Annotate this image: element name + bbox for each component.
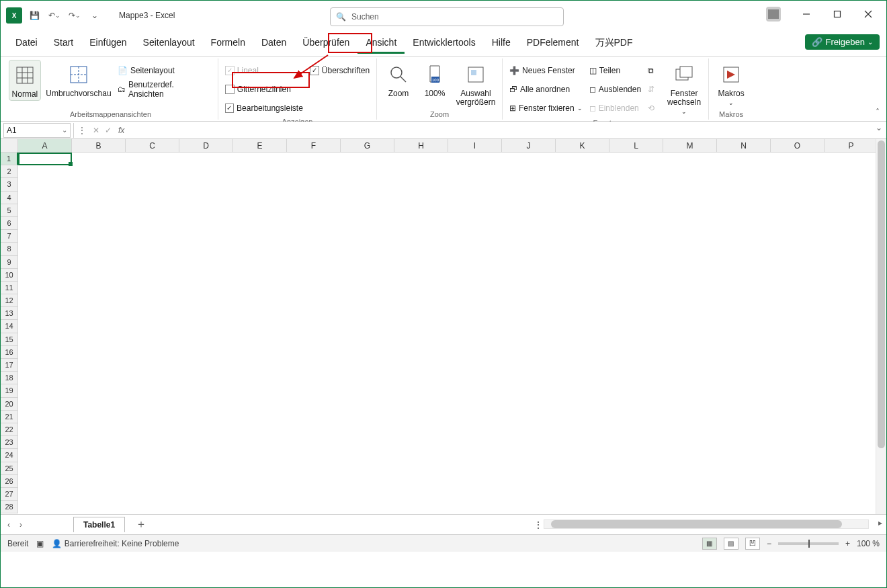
view-mode-pagebreak[interactable]: 凹	[745, 538, 760, 550]
add-sheet-button[interactable]: ＋	[129, 516, 153, 533]
col-header-M[interactable]: M	[663, 139, 717, 152]
fill-handle[interactable]	[69, 162, 73, 166]
col-header-H[interactable]: H	[394, 139, 448, 152]
row-header-8[interactable]: 8	[1, 243, 18, 255]
zoom-slider[interactable]	[778, 542, 839, 545]
search-box[interactable]: 🔍 Suchen	[330, 7, 564, 26]
qat-save-button[interactable]: 💾	[26, 7, 42, 24]
show-formulabar-checkbox[interactable]: Bearbeitungsleiste	[224, 100, 304, 116]
accessibility-status[interactable]: 👤 Barrierefreiheit: Keine Probleme	[52, 539, 179, 548]
user-avatar[interactable]	[760, 1, 791, 28]
row-header-11[interactable]: 11	[1, 282, 18, 294]
col-header-P[interactable]: P	[825, 139, 878, 152]
row-header-15[interactable]: 15	[1, 333, 18, 346]
ribbon-tab-daten[interactable]: Daten	[253, 33, 294, 54]
window-hide-button[interactable]: ◻Ausblenden	[588, 81, 642, 97]
row-header-24[interactable]: 24	[1, 449, 18, 462]
qat-customize-button[interactable]: ⌄	[87, 7, 103, 24]
horizontal-scroll-right[interactable]: ▸	[878, 518, 882, 528]
ribbon-tab-pdfelement[interactable]: PDFelement	[519, 33, 587, 54]
row-header-1[interactable]: 1	[1, 153, 18, 165]
window-arrange-button[interactable]: 🗗Alle anordnen	[508, 81, 584, 97]
view-mode-pagelayout[interactable]: ▤	[724, 538, 738, 550]
window-new-button[interactable]: ➕Neues Fenster	[508, 62, 584, 79]
window-maximize-button[interactable]	[822, 1, 853, 28]
row-header-5[interactable]: 5	[1, 204, 18, 217]
show-gridlines-checkbox[interactable]: Gitternetzlinien	[224, 81, 304, 97]
share-button[interactable]: 🔗 Freigeben ⌄	[805, 34, 880, 50]
view-pagelayout-button[interactable]: 📄Seitenlayout	[116, 62, 212, 79]
formula-bar-more-icon[interactable]: ⋮	[74, 126, 90, 135]
row-header-3[interactable]: 3	[1, 178, 18, 191]
row-header-17[interactable]: 17	[1, 359, 18, 372]
view-mode-normal[interactable]: ▦	[702, 538, 717, 550]
zoom-out-button[interactable]: −	[767, 539, 771, 548]
vertical-scrollbar[interactable]	[876, 139, 886, 514]
col-header-F[interactable]: F	[287, 139, 341, 152]
col-header-E[interactable]: E	[233, 139, 287, 152]
row-header-18[interactable]: 18	[1, 372, 18, 384]
vertical-scroll-thumb[interactable]	[878, 140, 885, 448]
row-header-6[interactable]: 6	[1, 217, 18, 230]
window-close-button[interactable]	[853, 1, 884, 28]
col-header-K[interactable]: K	[556, 139, 609, 152]
horizontal-scroll-thumb[interactable]	[551, 520, 843, 528]
row-header-26[interactable]: 26	[1, 475, 18, 488]
sheet-tab-active[interactable]: Tabelle1	[73, 517, 125, 532]
col-header-G[interactable]: G	[341, 139, 394, 152]
row-header-27[interactable]: 27	[1, 488, 18, 501]
horizontal-scrollbar[interactable]	[544, 519, 869, 529]
formula-bar-expand-button[interactable]: ⌄	[876, 123, 882, 132]
row-header-9[interactable]: 9	[1, 256, 18, 269]
ribbon-tab-datei[interactable]: Datei	[7, 33, 46, 54]
row-header-20[interactable]: 20	[1, 398, 18, 411]
ribbon-collapse-button[interactable]: ˄	[876, 108, 880, 117]
row-header-7[interactable]: 7	[1, 230, 18, 243]
row-header-28[interactable]: 28	[1, 501, 18, 513]
ribbon-tab-seitenlayout[interactable]: Seitenlayout	[135, 33, 203, 54]
sheet-nav-prev[interactable]: ‹	[5, 519, 13, 531]
zoom-selection-button[interactable]: Auswahlvergrößern	[455, 60, 497, 108]
window-minimize-button[interactable]	[791, 1, 822, 28]
zoom-in-button[interactable]: +	[845, 539, 850, 548]
cells-area[interactable]	[18, 153, 876, 514]
view-customviews-button[interactable]: 🗂Benutzerdef. Ansichten	[116, 81, 212, 97]
ribbon-tab-ansicht[interactable]: Ansicht	[357, 33, 405, 54]
ribbon-tab-überprüfen[interactable]: Überprüfen	[294, 33, 357, 54]
qat-redo-button[interactable]: ↷⌄	[67, 7, 83, 24]
row-header-16[interactable]: 16	[1, 346, 18, 359]
col-header-D[interactable]: D	[179, 139, 233, 152]
col-header-B[interactable]: B	[72, 139, 126, 152]
formula-input[interactable]	[128, 123, 886, 138]
window-split-button[interactable]: ◫Teilen	[588, 62, 642, 79]
row-header-10[interactable]: 10	[1, 269, 18, 282]
row-header-19[interactable]: 19	[1, 384, 18, 397]
row-header-14[interactable]: 14	[1, 320, 18, 333]
row-header-23[interactable]: 23	[1, 436, 18, 449]
window-side-by-side-button[interactable]: ⧉	[646, 62, 661, 79]
macro-record-icon[interactable]: ▣	[36, 539, 44, 548]
zoom-100-button[interactable]: 100 100%	[419, 60, 451, 99]
row-header-13[interactable]: 13	[1, 307, 18, 320]
row-header-22[interactable]: 22	[1, 423, 18, 436]
ribbon-tab-einfügen[interactable]: Einfügen	[81, 33, 134, 54]
row-header-2[interactable]: 2	[1, 165, 18, 178]
selected-cell[interactable]	[18, 153, 72, 165]
switch-windows-button[interactable]: Fensterwechseln ⌄	[665, 60, 703, 118]
zoom-button[interactable]: Zoom	[382, 60, 415, 99]
row-header-21[interactable]: 21	[1, 411, 18, 423]
select-all-corner[interactable]	[1, 139, 18, 152]
ribbon-tab-万兴pdf[interactable]: 万兴PDF	[587, 33, 641, 54]
col-header-J[interactable]: J	[502, 139, 556, 152]
window-freeze-button[interactable]: ⊞Fenster fixieren⌄	[508, 100, 584, 116]
col-header-N[interactable]: N	[717, 139, 771, 152]
name-box[interactable]: A1 ⌄	[3, 123, 71, 138]
macros-button[interactable]: Makros⌄	[714, 60, 748, 108]
col-header-L[interactable]: L	[609, 139, 663, 152]
col-header-C[interactable]: C	[126, 139, 179, 152]
name-box-dropdown-icon[interactable]: ⌄	[62, 126, 67, 134]
ribbon-tab-start[interactable]: Start	[46, 33, 82, 54]
ribbon-tab-formeln[interactable]: Formeln	[203, 33, 253, 54]
col-header-A[interactable]: A	[18, 139, 72, 152]
view-normal-button[interactable]: Normal	[9, 60, 41, 101]
